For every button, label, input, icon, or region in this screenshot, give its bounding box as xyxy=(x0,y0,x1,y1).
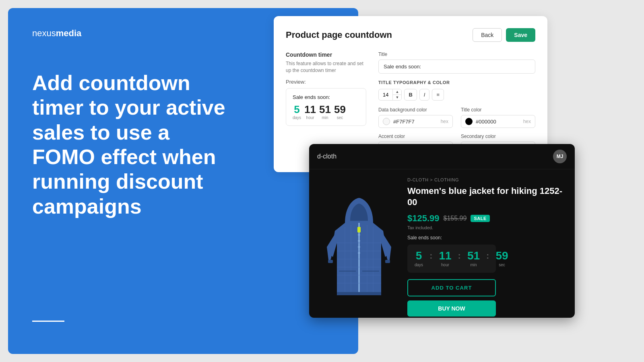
preview-sec-number: 59 xyxy=(334,104,346,115)
user-avatar: MJ xyxy=(553,150,567,163)
product-hour-item: 11 hour xyxy=(439,250,451,267)
header-buttons: Back Save xyxy=(473,28,535,42)
product-sec-item: 59 sec xyxy=(495,250,508,267)
data-bg-hex: hex xyxy=(441,119,448,124)
product-body: D-CLOTH > CLOTHING Women's blue jacket f… xyxy=(309,169,575,318)
product-breadcrumb: D-CLOTH > CLOTHING xyxy=(407,177,565,182)
product-sec-number: 59 xyxy=(495,250,508,261)
preview-min-number: 51 xyxy=(319,104,331,115)
italic-button[interactable]: I xyxy=(419,89,430,101)
hero-divider xyxy=(32,321,64,322)
price-current: $125.99 xyxy=(407,213,440,224)
bold-button[interactable]: B xyxy=(404,89,417,101)
title-field-label: Title xyxy=(378,51,535,57)
title-color-hex: hex xyxy=(523,119,531,124)
product-min-item: 51 min xyxy=(467,250,480,267)
secondary-label: Secondary color xyxy=(461,134,535,139)
preview-sec-item: 59 sec xyxy=(334,104,346,120)
title-color-value: #000000 xyxy=(476,119,520,125)
save-button[interactable]: Save xyxy=(506,28,535,42)
countdown-section-label: Countdown timer xyxy=(286,51,366,58)
svg-rect-21 xyxy=(337,292,381,295)
typography-controls: 14 ▲ ▼ B I ≡ xyxy=(378,89,535,101)
preview-card: Sale ends soon: 5 days 11 hour 51 min xyxy=(286,88,366,126)
preview-days-item: 5 days xyxy=(293,104,301,120)
align-button[interactable]: ≡ xyxy=(432,89,444,101)
color-row-1: Data background color #F7F7F7 hex Title … xyxy=(378,107,535,128)
data-bg-dot xyxy=(383,118,390,125)
font-size-down[interactable]: ▼ xyxy=(393,95,401,100)
svg-rect-19 xyxy=(328,260,333,263)
title-color-label: Title color xyxy=(461,107,535,113)
sale-ends-label: Sale ends soon: xyxy=(407,235,565,241)
preview-hour-number: 11 xyxy=(304,104,316,115)
product-image xyxy=(323,191,395,303)
data-bg-field: Data background color #F7F7F7 hex xyxy=(378,107,453,128)
data-bg-input[interactable]: #F7F7F7 hex xyxy=(378,115,453,128)
title-input[interactable] xyxy=(378,60,535,74)
preview-days-unit: days xyxy=(293,115,301,120)
price-row: $125.99 $155.99 SALE xyxy=(407,213,565,224)
add-to-cart-button[interactable]: ADD TO CART xyxy=(407,279,496,296)
preview-min-item: 51 min xyxy=(319,104,331,120)
font-size-arrows: ▲ ▼ xyxy=(393,89,401,100)
product-image-area xyxy=(319,177,399,317)
countdown-sep-2: : xyxy=(458,251,461,267)
preview-hour-item: 11 hour xyxy=(304,104,316,120)
product-hour-unit: hour xyxy=(439,263,451,267)
brand-name-bold: media xyxy=(56,28,82,38)
typography-section-label: TITLE TYPOGRAPHY & COLOR xyxy=(378,80,535,85)
product-countdown: 5 days : 11 hour : 51 min : 59 sec xyxy=(407,245,496,273)
hero-heading: Add countdown timer to your active sales… xyxy=(32,71,233,219)
data-bg-label: Data background color xyxy=(378,107,453,113)
back-button[interactable]: Back xyxy=(473,28,502,42)
product-days-number: 5 xyxy=(415,250,423,261)
product-min-unit: min xyxy=(467,263,480,267)
store-name: d-cloth xyxy=(317,153,336,160)
product-min-number: 51 xyxy=(467,250,480,261)
product-name: Women's blue jacket for hiking 1252-00 xyxy=(407,185,565,208)
product-header: d-cloth MJ xyxy=(309,144,575,169)
price-original: $155.99 xyxy=(444,215,467,222)
tax-info: Tax included. xyxy=(407,225,565,230)
product-days-unit: days xyxy=(415,263,423,267)
preview-sec-unit: sec xyxy=(334,115,346,120)
title-color-field: Title color #000000 hex xyxy=(461,107,535,128)
accent-label: Accent color xyxy=(378,134,453,139)
data-bg-value: #F7F7F7 xyxy=(393,119,438,125)
preview-sale-text: Sale ends soon: xyxy=(293,94,359,100)
title-color-input[interactable]: #000000 hex xyxy=(461,115,535,128)
product-hour-number: 11 xyxy=(439,250,451,261)
countdown-sep-1: : xyxy=(429,251,432,267)
preview-days-number: 5 xyxy=(293,104,301,115)
font-size-value: 14 xyxy=(379,89,393,100)
product-sec-unit: sec xyxy=(495,263,508,267)
preview-hour-unit: hour xyxy=(304,115,316,120)
settings-panel-title: Product page countdown xyxy=(286,30,392,40)
svg-rect-20 xyxy=(385,260,390,263)
preview-min-unit: min xyxy=(319,115,331,120)
svg-rect-16 xyxy=(357,227,361,232)
preview-countdown: 5 days 11 hour 51 min 59 sec xyxy=(293,104,359,120)
sale-badge: SALE xyxy=(471,215,490,222)
countdown-sep-3: : xyxy=(486,251,489,267)
font-size-up[interactable]: ▲ xyxy=(393,89,401,95)
title-field-row: Title xyxy=(378,51,535,74)
product-info: D-CLOTH > CLOTHING Women's blue jacket f… xyxy=(407,177,565,317)
font-size-control: 14 ▲ ▼ xyxy=(378,89,402,101)
title-color-dot xyxy=(465,118,473,125)
product-days-item: 5 days xyxy=(415,250,423,267)
product-panel: d-cloth MJ xyxy=(309,144,575,318)
countdown-section-desc: This feature allows to create and set up… xyxy=(286,60,366,74)
buy-now-button[interactable]: BUY NOW xyxy=(407,300,496,317)
brand-name-light: nexus xyxy=(32,28,56,38)
preview-label: Preview: xyxy=(286,79,366,85)
settings-header: Product page countdown Back Save xyxy=(286,28,535,42)
